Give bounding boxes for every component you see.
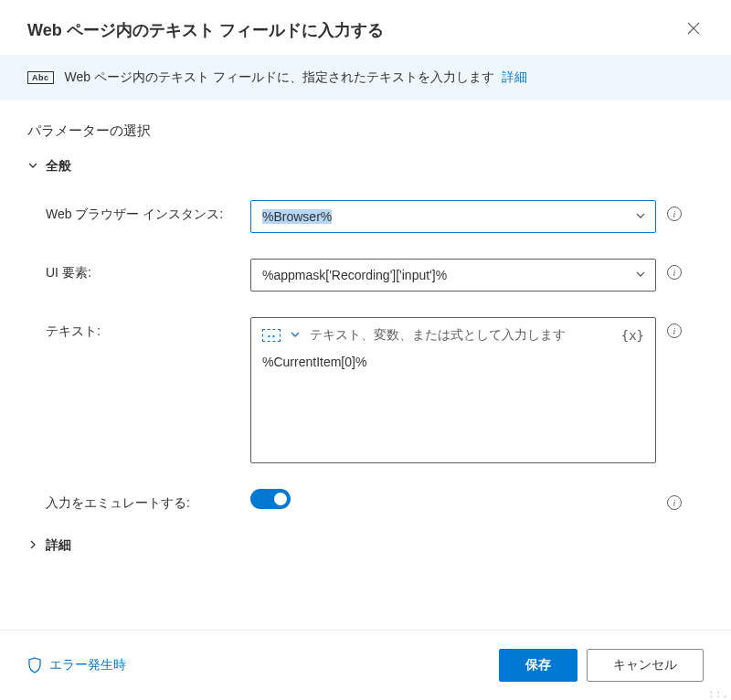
dialog-title: Web ページ内のテキスト フィールドに入力する bbox=[27, 19, 384, 41]
text-editor[interactable]: • • テキスト、変数、または式として入力します {x} %CurrentIte… bbox=[250, 317, 656, 463]
text-editor-hint: テキスト、変数、または式として入力します bbox=[310, 327, 612, 344]
on-error-link[interactable]: エラー発生時 bbox=[27, 657, 126, 673]
close-button[interactable] bbox=[683, 18, 704, 42]
dialog-header: Web ページ内のテキスト フィールドに入力する bbox=[0, 0, 731, 55]
text-field-icon: Abc bbox=[27, 71, 54, 84]
resize-grip[interactable]: . .. . . bbox=[710, 687, 727, 696]
close-icon bbox=[687, 22, 700, 35]
ui-element-label: UI 要素: bbox=[46, 259, 250, 281]
dialog: Web ページ内のテキスト フィールドに入力する Abc Web ページ内のテキ… bbox=[0, 0, 731, 700]
shield-icon bbox=[27, 657, 42, 673]
info-icon[interactable]: i bbox=[667, 265, 682, 280]
text-mode-icon[interactable]: • • bbox=[262, 329, 281, 342]
dialog-content: パラメーターの選択 全般 Web ブラウザー インスタンス: %Browser% bbox=[0, 101, 731, 630]
row-emulate-input: 入力をエミュレートする: i bbox=[46, 489, 704, 512]
row-browser-instance: Web ブラウザー インスタンス: %Browser% i bbox=[46, 200, 704, 233]
chevron-down-icon bbox=[635, 209, 646, 224]
row-ui-element: UI 要素: %appmask['Recording']['input']% i bbox=[46, 259, 704, 292]
emulate-input-label: 入力をエミュレートする: bbox=[46, 489, 250, 512]
dialog-footer: エラー発生時 保存 キャンセル bbox=[0, 630, 731, 700]
toggle-knob bbox=[274, 493, 287, 505]
details-link[interactable]: 詳細 bbox=[502, 69, 527, 84]
browser-instance-dropdown[interactable]: %Browser% bbox=[250, 200, 656, 233]
chevron-down-icon[interactable] bbox=[290, 329, 301, 343]
banner-text: Web ページ内のテキスト フィールドに、指定されたテキストを入力します 詳細 bbox=[65, 69, 527, 86]
footer-buttons: 保存 キャンセル bbox=[499, 649, 704, 682]
text-editor-content[interactable]: %CurrentItem[0]% bbox=[262, 355, 644, 369]
chevron-down-icon bbox=[635, 268, 646, 282]
row-text: テキスト: • • テキスト、変数、または式として入力します {x} %Curr… bbox=[46, 317, 704, 463]
save-button[interactable]: 保存 bbox=[499, 649, 577, 682]
on-error-label: エラー発生時 bbox=[49, 657, 126, 673]
ui-element-value: %appmask['Recording']['input']% bbox=[262, 268, 447, 282]
chevron-down-icon bbox=[27, 160, 37, 174]
browser-instance-label: Web ブラウザー インスタンス: bbox=[46, 200, 250, 223]
variable-insert-icon[interactable]: {x} bbox=[621, 328, 644, 343]
section-general-header[interactable]: 全般 bbox=[27, 158, 704, 175]
text-label: テキスト: bbox=[46, 317, 250, 340]
info-icon[interactable]: i bbox=[667, 207, 682, 221]
ui-element-dropdown[interactable]: %appmask['Recording']['input']% bbox=[250, 259, 656, 292]
section-advanced-label: 詳細 bbox=[46, 537, 71, 554]
info-banner: Abc Web ページ内のテキスト フィールドに、指定されたテキストを入力します… bbox=[0, 55, 731, 101]
general-section-body: Web ブラウザー インスタンス: %Browser% i UI 要素: bbox=[27, 200, 704, 512]
section-title: パラメーターの選択 bbox=[27, 122, 704, 140]
browser-instance-value: %Browser% bbox=[262, 209, 332, 224]
section-advanced-header[interactable]: 詳細 bbox=[27, 537, 704, 554]
section-general-label: 全般 bbox=[46, 158, 71, 175]
info-icon[interactable]: i bbox=[667, 495, 682, 510]
chevron-right-icon bbox=[27, 539, 37, 553]
emulate-input-toggle[interactable] bbox=[250, 489, 291, 509]
text-editor-toolbar: • • テキスト、変数、または式として入力します {x} bbox=[262, 327, 644, 344]
cancel-button[interactable]: キャンセル bbox=[587, 649, 704, 682]
info-icon[interactable]: i bbox=[667, 323, 682, 338]
